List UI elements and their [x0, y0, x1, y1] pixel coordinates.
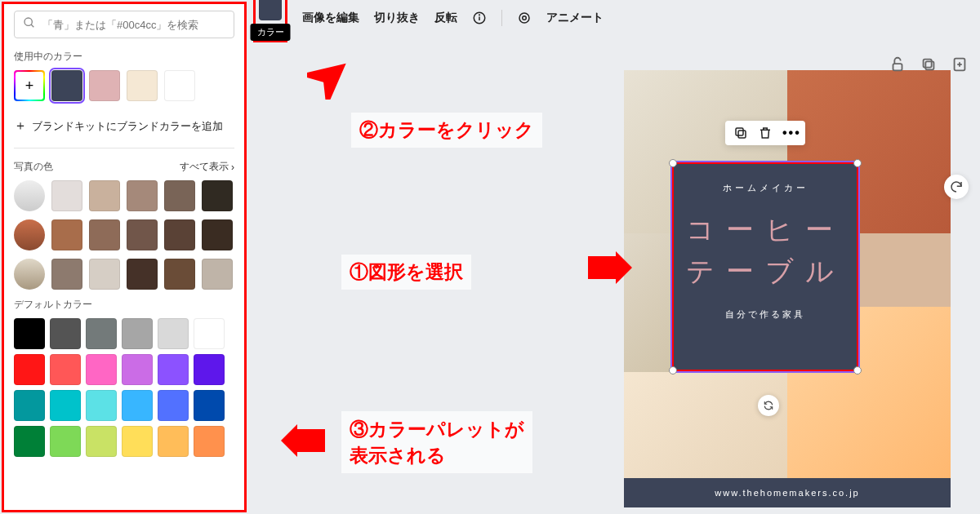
- info-icon[interactable]: [472, 11, 487, 25]
- more-icon[interactable]: •••: [782, 126, 797, 140]
- resize-handle[interactable]: [853, 366, 862, 374]
- svg-point-5: [519, 13, 529, 23]
- svg-marker-16: [588, 251, 632, 284]
- color-swatch[interactable]: [122, 426, 153, 457]
- add-page-icon[interactable]: [951, 55, 969, 73]
- color-swatch[interactable]: [127, 219, 158, 250]
- see-all-label: すべて表示: [180, 160, 229, 174]
- color-swatch[interactable]: [14, 318, 45, 349]
- color-swatch[interactable]: [194, 318, 225, 349]
- color-swatch[interactable]: [127, 180, 158, 211]
- canvas-footer-text: www.thehomemakers.co.jp: [624, 478, 951, 507]
- color-swatch[interactable]: [89, 70, 120, 101]
- color-swatch[interactable]: [164, 259, 195, 290]
- color-swatch[interactable]: [194, 426, 225, 457]
- color-swatch[interactable]: [158, 426, 189, 457]
- copy-icon[interactable]: [733, 126, 748, 140]
- svg-rect-7: [738, 131, 746, 138]
- annotation-3-line1: ③カラーパレットが: [350, 419, 524, 440]
- canvas-rotate-action: [944, 175, 969, 199]
- shape-title: コーヒー テーブル: [674, 209, 857, 292]
- color-swatch[interactable]: [89, 259, 120, 290]
- color-swatch[interactable]: [164, 70, 195, 101]
- color-swatch[interactable]: [89, 180, 120, 211]
- color-button-highlight: カラー: [253, 0, 287, 42]
- color-swatch[interactable]: [158, 390, 189, 421]
- sync-icon: [763, 400, 774, 411]
- color-swatch[interactable]: [86, 390, 117, 421]
- color-swatch[interactable]: [50, 426, 81, 457]
- color-swatch[interactable]: [51, 219, 82, 250]
- color-swatch[interactable]: [51, 259, 82, 290]
- divider: [14, 148, 234, 148]
- group-badge[interactable]: [758, 395, 779, 416]
- color-swatch[interactable]: [50, 354, 81, 385]
- section-current-colors: 使用中のカラー: [14, 50, 234, 64]
- add-brand-color-button[interactable]: ＋ ブランドキットにブランドカラーを追加: [14, 109, 234, 143]
- svg-point-4: [479, 15, 480, 16]
- shape-title-line2: テーブル: [674, 250, 857, 292]
- color-swatch[interactable]: [86, 426, 117, 457]
- element-floating-toolbar: •••: [725, 121, 805, 145]
- color-panel: 使用中のカラー + ＋ ブランドキットにブランドカラーを追加 写真の色 すべて表…: [2, 2, 247, 512]
- color-swatch[interactable]: [158, 318, 189, 349]
- annotation-3: ③カラーパレットが 表示される: [341, 411, 532, 473]
- crop-button[interactable]: 切り抜き: [374, 11, 420, 25]
- edit-image-button[interactable]: 画像を編集: [302, 11, 359, 25]
- default-color-grid: [14, 318, 234, 457]
- canvas-image[interactable]: [624, 372, 787, 478]
- color-swatch[interactable]: [50, 390, 81, 421]
- color-swatch[interactable]: [202, 259, 233, 290]
- section-photo-colors: 写真の色: [14, 160, 53, 174]
- arrow-icon: [281, 424, 325, 457]
- svg-rect-8: [736, 128, 743, 135]
- color-swatch[interactable]: [194, 354, 225, 385]
- color-swatch[interactable]: [86, 318, 117, 349]
- color-swatch[interactable]: [14, 426, 45, 457]
- resize-handle[interactable]: [669, 366, 677, 374]
- resize-handle[interactable]: [853, 159, 862, 167]
- svg-rect-10: [925, 61, 933, 69]
- color-swatch[interactable]: [51, 70, 82, 101]
- color-swatch[interactable]: [122, 318, 153, 349]
- color-swatch[interactable]: [202, 219, 233, 250]
- color-swatch[interactable]: [50, 318, 81, 349]
- shape-subtitle: ホームメイカー: [674, 182, 857, 194]
- arrow-icon: [307, 55, 351, 100]
- flip-button[interactable]: 反転: [434, 11, 457, 25]
- rotate-icon[interactable]: [944, 175, 969, 199]
- color-swatch[interactable]: [14, 354, 45, 385]
- shape-subtitle2: 自分で作る家具: [674, 308, 857, 321]
- color-swatch[interactable]: [14, 390, 45, 421]
- lock-icon[interactable]: [889, 55, 906, 73]
- color-swatch[interactable]: [127, 259, 158, 290]
- svg-point-0: [24, 18, 32, 25]
- color-swatch[interactable]: [89, 219, 120, 250]
- duplicate-icon[interactable]: [920, 55, 938, 73]
- color-swatch[interactable]: [127, 70, 158, 101]
- color-swatch[interactable]: [164, 180, 195, 211]
- animate-button[interactable]: アニメート: [546, 11, 604, 25]
- color-swatch[interactable]: [202, 180, 233, 211]
- add-color-swatch[interactable]: +: [14, 70, 45, 101]
- fill-color-button[interactable]: [259, 0, 282, 20]
- annotation-1: ①図形を選択: [341, 255, 471, 290]
- color-search-box[interactable]: [14, 11, 234, 38]
- color-swatch[interactable]: [51, 180, 82, 211]
- color-swatch[interactable]: [86, 354, 117, 385]
- section-default-colors: デフォルトカラー: [14, 298, 234, 312]
- selected-shape[interactable]: ホームメイカー コーヒー テーブル 自分で作る家具: [671, 162, 859, 372]
- color-swatch[interactable]: [122, 354, 153, 385]
- color-swatch[interactable]: [122, 390, 153, 421]
- resize-handle[interactable]: [669, 159, 677, 167]
- color-swatch[interactable]: [194, 390, 225, 421]
- color-swatch[interactable]: [158, 354, 189, 385]
- trash-icon[interactable]: [758, 126, 773, 140]
- color-search-input[interactable]: [42, 19, 225, 31]
- photo-thumb[interactable]: [14, 259, 45, 290]
- see-all-button[interactable]: すべて表示 ›: [180, 160, 234, 174]
- photo-thumb[interactable]: [14, 180, 45, 211]
- photo-thumb[interactable]: [14, 219, 45, 250]
- color-swatch[interactable]: [164, 219, 195, 250]
- svg-rect-11: [924, 60, 932, 68]
